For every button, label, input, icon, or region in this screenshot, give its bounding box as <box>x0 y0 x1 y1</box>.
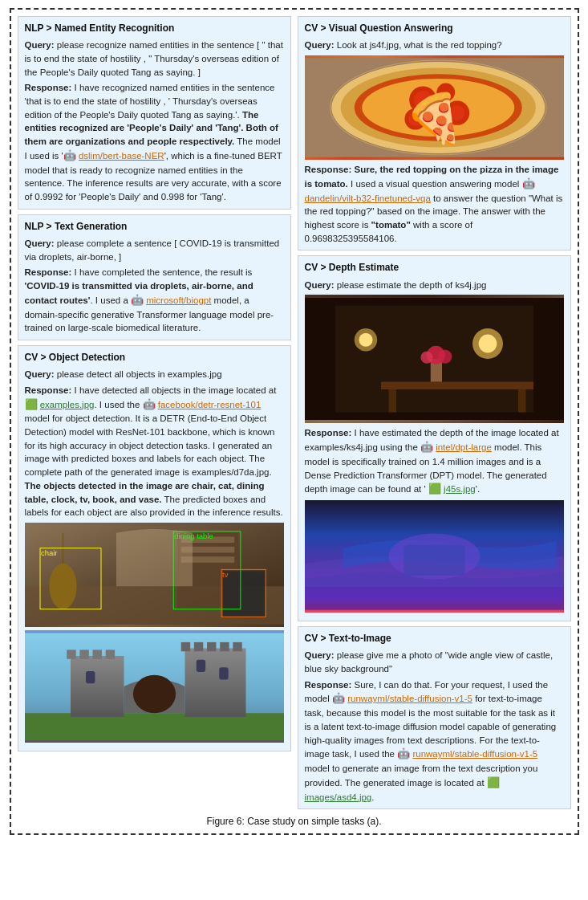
response-label-2: Response: <box>25 267 72 277</box>
query-label-2: Query: <box>25 238 55 248</box>
depth-response-label: Response: <box>305 428 352 438</box>
green-box-emoji-2: 🟩 <box>428 483 441 495</box>
robot-emoji-2: 🤖 <box>131 294 144 306</box>
robot-emoji-5: 🤖 <box>420 441 433 453</box>
cv-objdet-response: Response: I have detected all objects in… <box>25 384 284 519</box>
svg-rect-23 <box>180 642 189 651</box>
depth-file-link[interactable]: j45s.jpg <box>444 484 476 494</box>
cv-objdet-query: Query: please detect all objects in exam… <box>25 368 284 381</box>
cv-depth-title: CV > Depth Estimate <box>305 261 564 275</box>
t2i-model-link2[interactable]: runwayml/stable-diffusion-v1-5 <box>412 749 537 759</box>
robot-emoji-6: 🤖 <box>332 692 345 704</box>
cv-t2i-response-text4: . <box>371 792 374 802</box>
nlp-ner-title: NLP > Named Entity Recognition <box>25 22 284 35</box>
svg-rect-26 <box>220 642 229 651</box>
right-column: CV > Visual Question Answering Query: Lo… <box>298 16 571 809</box>
depth-query-label: Query: <box>305 280 335 290</box>
nlp-textgen-query-text: please complete a sentence [ COVID-19 is… <box>25 238 280 262</box>
cv-vqa-query: Query: Look at js4f.jpg, what is the red… <box>305 39 564 52</box>
nlp-textgen-title: NLP > Text Generation <box>25 220 284 234</box>
robot-emoji-4: 🤖 <box>522 177 535 189</box>
textgen-model-link[interactable]: microsoft/biogpt <box>146 295 211 305</box>
svg-rect-55 <box>518 389 526 413</box>
t2i-file-link[interactable]: images/asd4.jpg <box>305 792 372 802</box>
svg-point-41 <box>449 105 464 120</box>
query-label: Query: <box>25 40 55 50</box>
two-column-layout: NLP > Named Entity Recognition Query: pl… <box>18 16 571 809</box>
depth-model-link[interactable]: intel/dpt-large <box>436 442 492 452</box>
left-column: NLP > Named Entity Recognition Query: pl… <box>18 16 291 809</box>
nlp-ner-query: Query: please recognize named entities i… <box>25 39 284 79</box>
robot-emoji-3: 🤖 <box>143 398 156 410</box>
cv-objdet-panel: CV > Object Detection Query: please dete… <box>18 345 291 751</box>
svg-rect-22 <box>185 648 245 717</box>
svg-point-61 <box>359 333 372 347</box>
cv-t2i-query: Query: please give me a photo of "wide a… <box>305 649 564 675</box>
response-label: Response: <box>25 83 72 92</box>
nlp-ner-panel: NLP > Named Entity Recognition Query: pl… <box>18 16 291 210</box>
svg-point-37 <box>362 79 514 136</box>
svg-rect-64 <box>403 545 464 576</box>
vqa-model-link[interactable]: dandelin/vilt-b32-finetuned-vqa <box>305 193 431 203</box>
nlp-ner-query-text: please recognize named entities in the s… <box>25 40 283 76</box>
vqa-response-label: Response: <box>305 165 352 174</box>
nlp-ner-response: Response: I have recognized named entiti… <box>25 81 284 203</box>
query-label-3: Query: <box>25 369 55 379</box>
svg-point-40 <box>444 101 468 125</box>
robot-emoji-1: 🤖 <box>63 149 76 161</box>
cv-depth-response: Response: I have estimated the depth of … <box>305 426 564 497</box>
cv-t2i-title: CV > Text-to-Image <box>305 632 564 645</box>
cv-vqa-title: CV > Visual Question Answering <box>305 22 564 35</box>
ner-model-link[interactable]: dslim/bert-base-NER <box>79 151 164 161</box>
figure-caption: Figure 6: Case study on simple tasks (a)… <box>18 816 571 827</box>
response-label-3: Response: <box>25 385 72 395</box>
t2i-model-link[interactable]: runwayml/stable-diffusion-v1-5 <box>347 694 472 703</box>
cv-depth-panel: CV > Depth Estimate Query: please estima… <box>298 255 571 621</box>
svg-rect-53 <box>381 382 533 390</box>
svg-rect-30 <box>86 671 95 683</box>
cv-t2i-panel: CV > Text-to-Image Query: please give me… <box>298 626 571 809</box>
cv-objdet-response-text2: . I used the <box>94 400 142 409</box>
cv-vqa-response-text1: I used a visual question answering model <box>348 179 522 189</box>
t2i-response-label: Response: <box>305 680 352 690</box>
cv-depth-response-text3: '. <box>476 484 480 494</box>
svg-point-38 <box>409 86 436 113</box>
object-detection-image-1: dining table tv chair <box>25 523 284 627</box>
cv-objdet-title: CV > Object Detection <box>25 351 284 364</box>
svg-point-39 <box>413 91 432 109</box>
svg-rect-54 <box>388 389 396 413</box>
svg-rect-31 <box>196 660 205 672</box>
svg-point-44 <box>436 83 455 102</box>
cv-vqa-response: Response: Sure, the red topping on the p… <box>305 163 564 245</box>
svg-rect-16 <box>25 713 284 739</box>
cv-vqa-answer-bold: "tomato" <box>371 220 411 230</box>
cv-depth-query: Query: please estimate the depth of ks4j… <box>305 279 564 292</box>
cv-objdet-response-text1: I have detected all objects in the image… <box>75 385 277 395</box>
nlp-textgen-response-text2: . I used a <box>90 295 131 305</box>
svg-point-29 <box>132 675 175 714</box>
svg-point-45 <box>431 108 437 112</box>
svg-text:tv: tv <box>222 570 229 579</box>
svg-rect-18 <box>67 650 75 658</box>
depth-map-image <box>305 500 564 613</box>
robot-emoji-7: 🤖 <box>397 747 410 760</box>
objdet-file-link[interactable]: examples.jpg <box>40 400 95 409</box>
svg-rect-32 <box>219 667 228 679</box>
svg-rect-27 <box>233 642 241 651</box>
nlp-textgen-panel: NLP > Text Generation Query: please comp… <box>18 214 291 340</box>
svg-point-59 <box>438 350 452 364</box>
main-container: NLP > Named Entity Recognition Query: pl… <box>10 8 579 835</box>
cv-objdet-query-text: please detect all objects in examples.jp… <box>57 369 222 379</box>
cv-t2i-response-text3: model to generate an image from the text… <box>305 764 538 788</box>
svg-rect-19 <box>79 650 88 658</box>
cv-t2i-response: Response: Sure, I can do that. For your … <box>305 678 564 804</box>
green-box-emoji-3: 🟩 <box>487 776 500 788</box>
cv-depth-query-text: please estimate the depth of ks4j.jpg <box>337 280 487 290</box>
pizza-image <box>305 55 564 160</box>
objdet-model-link[interactable]: facebook/detr-resnet-101 <box>158 400 262 409</box>
nlp-textgen-response-text1: I have completed the sentence, the resul… <box>75 267 253 277</box>
t2i-query-label: Query: <box>305 650 335 660</box>
nlp-textgen-response: Response: I have completed the sentence,… <box>25 266 284 335</box>
svg-point-52 <box>478 335 497 353</box>
svg-rect-21 <box>105 650 114 658</box>
